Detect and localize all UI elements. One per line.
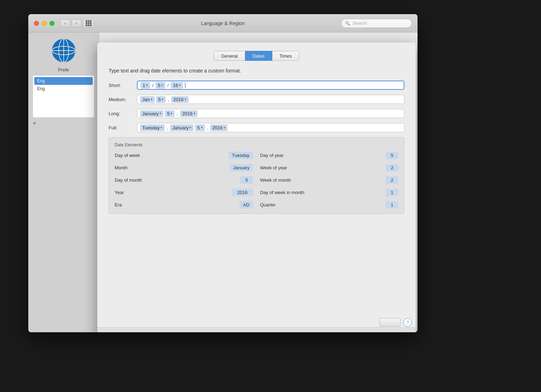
elements-left-col: Day of week Tuesday Month January Day of… — [115, 152, 253, 209]
full-day-segment[interactable]: 5 ▾ — [195, 124, 205, 131]
era-label: Era — [115, 202, 122, 207]
month-label: Month — [115, 165, 127, 170]
instruction-text: Type text and drag date elements to crea… — [109, 68, 404, 74]
full-year-segment[interactable]: 2016 ▾ — [210, 124, 228, 131]
month-value[interactable]: January — [230, 164, 253, 171]
flag-icon — [51, 38, 76, 63]
element-row-era: Era AD — [115, 201, 253, 209]
full-format-row: Full: Tuesday ▾ , January ▾ 5 ▾ , 2016 ▾ — [109, 123, 404, 132]
dow-value[interactable]: Tuesday — [229, 152, 253, 159]
medium-format-row: Medium: Jan ▾ 5 ▾ , 2016 ▾ — [109, 95, 404, 104]
search-box[interactable]: 🔍 Search — [341, 19, 412, 28]
medium-year-segment[interactable]: 2016 ▾ — [171, 96, 189, 103]
element-row-month: Month January — [115, 164, 253, 171]
date-elements-section: Date Elements Day of week Tuesday Month … — [109, 137, 404, 214]
tab-bar: General Dates Times — [97, 51, 416, 61]
close-button[interactable] — [34, 21, 39, 26]
full-label: Full: — [109, 125, 137, 130]
lang-list: Eng Eng — [33, 75, 94, 118]
traffic-lights — [34, 21, 54, 26]
dates-content: Type text and drag date elements to crea… — [97, 68, 416, 214]
medium-day-segment[interactable]: 5 ▾ — [156, 96, 166, 103]
short-label: Short: — [109, 83, 137, 88]
titlebar: ‹ › Language & Region 🔍 Search — [28, 14, 418, 33]
wom-value[interactable]: 2 — [386, 176, 398, 184]
year-value[interactable]: 2016 — [232, 189, 253, 196]
doy-value[interactable]: 5 — [386, 152, 398, 159]
quarter-value[interactable]: 1 — [386, 201, 398, 209]
short-year-segment[interactable]: 16 ▾ — [171, 82, 183, 89]
long-format-row: Long: January ▾ 5 ▾ , 2016 ▾ — [109, 109, 404, 118]
element-row-dow: Day of week Tuesday — [115, 152, 253, 159]
quarter-label: Quarter — [260, 202, 276, 207]
dowim-label: Day of week in month — [260, 190, 304, 195]
medium-label: Medium: — [109, 97, 137, 102]
short-format-row: Short: 1 ▾ / 5 ▾ / 16 ▾ — [109, 81, 404, 90]
era-value[interactable]: AD — [240, 201, 253, 209]
maximize-button[interactable] — [50, 21, 54, 26]
long-month-segment[interactable]: January ▾ — [140, 110, 163, 117]
element-row-dom: Day of month 5 — [115, 176, 253, 184]
wom-label: Week of month — [260, 177, 291, 183]
dates-dialog: General Dates Times Type text and drag d… — [97, 42, 416, 332]
element-row-woy: Week of year 2 — [260, 164, 398, 171]
element-row-wom: Week of month 2 — [260, 176, 398, 184]
date-elements-title: Date Elements — [115, 142, 398, 147]
window-title: Language & Region — [201, 21, 245, 26]
elements-grid: Day of week Tuesday Month January Day of… — [115, 152, 398, 209]
long-year-segment[interactable]: 2016 ▾ — [180, 110, 197, 117]
dow-label: Day of week — [115, 153, 140, 158]
sys-help-button[interactable]: ? — [403, 318, 412, 327]
long-day-segment[interactable]: 5 ▾ — [165, 110, 174, 117]
lang-item-2[interactable]: Eng — [34, 85, 93, 93]
sys-prefs-window: ‹ › Language & Region 🔍 Search — [28, 14, 418, 332]
search-icon: 🔍 — [345, 21, 350, 26]
element-row-quarter: Quarter 1 — [260, 201, 398, 209]
dom-label: Day of month — [115, 177, 142, 183]
add-language-button[interactable]: + — [33, 120, 94, 127]
full-weekday-segment[interactable]: Tuesday ▾ — [140, 124, 165, 131]
grid-button[interactable] — [83, 19, 94, 28]
full-field[interactable]: Tuesday ▾ , January ▾ 5 ▾ , 2016 ▾ — [137, 123, 404, 132]
grid-icon — [86, 20, 92, 26]
sys-minimize-area — [379, 318, 401, 327]
search-placeholder: Search — [352, 21, 367, 26]
elements-right-col: Day of year 5 Week of year 2 Week of mon… — [260, 152, 398, 209]
back-button[interactable]: ‹ — [60, 19, 70, 27]
tab-times[interactable]: Times — [272, 51, 299, 61]
full-month-segment[interactable]: January ▾ — [170, 124, 194, 131]
minimize-button[interactable] — [42, 21, 47, 26]
short-month-segment[interactable]: 1 ▾ — [140, 82, 150, 89]
year-label: Year — [115, 190, 124, 195]
dom-value[interactable]: 5 — [240, 176, 253, 184]
short-field[interactable]: 1 ▾ / 5 ▾ / 16 ▾ — [137, 81, 404, 90]
long-label: Long: — [109, 111, 137, 116]
short-day-segment[interactable]: 5 ▾ — [156, 82, 165, 89]
element-row-doy: Day of year 5 — [260, 152, 398, 159]
long-field[interactable]: January ▾ 5 ▾ , 2016 ▾ — [137, 109, 404, 118]
medium-field[interactable]: Jan ▾ 5 ▾ , 2016 ▾ — [137, 95, 404, 104]
medium-month-segment[interactable]: Jan ▾ — [140, 96, 155, 103]
woy-label: Week of year — [260, 165, 287, 170]
pref-label: Prefe — [33, 67, 94, 72]
dowim-value[interactable]: 1 — [386, 189, 398, 196]
nav-buttons: ‹ › — [60, 19, 81, 27]
sidebar: Prefe Eng Eng + — [28, 33, 99, 332]
forward-button[interactable]: › — [71, 19, 81, 27]
lang-item-1[interactable]: Eng — [34, 77, 93, 85]
element-row-year: Year 2016 — [115, 189, 253, 196]
doy-label: Day of year — [260, 153, 283, 158]
woy-value[interactable]: 2 — [386, 164, 398, 171]
tab-dates[interactable]: Dates — [245, 51, 272, 61]
tab-general[interactable]: General — [214, 51, 245, 61]
element-row-dowim: Day of week in month 1 — [260, 189, 398, 196]
text-cursor — [185, 82, 185, 88]
dialog-bottom: ? Restore Defaults Cancel OK — [97, 327, 416, 332]
